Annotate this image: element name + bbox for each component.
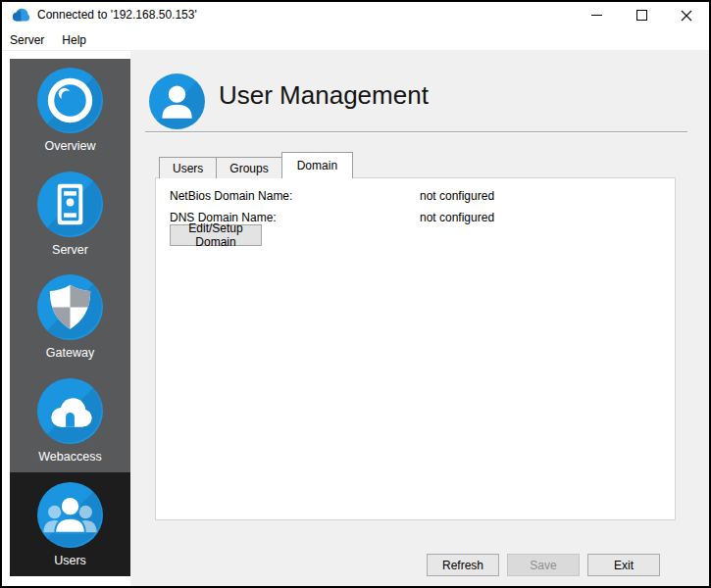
- menubar: Server Help: [0, 29, 711, 51]
- sidebar-item-server[interactable]: Server: [10, 163, 130, 267]
- app-cloud-icon: [12, 8, 31, 25]
- titlebar: Connected to '192.168.50.153': [0, 0, 711, 29]
- minimize-icon: [591, 15, 602, 16]
- tab-groups[interactable]: Groups: [216, 157, 281, 178]
- header-divider: [145, 131, 687, 132]
- sidebar-item-label: Webaccess: [38, 450, 101, 464]
- maximize-icon: [636, 10, 647, 21]
- cloud-icon: [37, 378, 103, 444]
- maximize-button[interactable]: [619, 2, 664, 28]
- dns-domain-value: not configured: [420, 211, 494, 224]
- close-icon: [681, 10, 692, 22]
- user-icon: [149, 74, 205, 129]
- sidebar: Overview Server: [10, 59, 130, 576]
- server-icon: [37, 172, 103, 237]
- save-button[interactable]: Save: [507, 554, 580, 576]
- menu-item-server[interactable]: Server: [1, 29, 53, 50]
- close-button[interactable]: [664, 2, 709, 28]
- tabstrip: Users Groups Domain: [159, 152, 352, 178]
- sidebar-item-label: Server: [52, 243, 88, 257]
- domain-tab-panel: NetBios Domain Name: not configured DNS …: [155, 177, 676, 520]
- sidebar-item-webaccess[interactable]: Webaccess: [10, 369, 130, 473]
- refresh-button[interactable]: Refresh: [427, 554, 499, 576]
- eye-icon: [37, 68, 103, 133]
- users-icon: [37, 482, 103, 548]
- app-window: Connected to '192.168.50.153' Server Hel…: [0, 0, 711, 588]
- sidebar-item-label: Gateway: [46, 346, 94, 360]
- edit-setup-domain-button[interactable]: Edit/Setup Domain: [170, 224, 262, 246]
- window-controls: [574, 2, 709, 28]
- sidebar-item-overview[interactable]: Overview: [10, 59, 130, 163]
- netbios-domain-value: not configured: [420, 189, 494, 203]
- netbios-domain-label: NetBios Domain Name:: [170, 189, 292, 203]
- tab-users[interactable]: Users: [159, 157, 217, 178]
- window-title: Connected to '192.168.50.153': [37, 8, 197, 22]
- sidebar-item-label: Overview: [44, 139, 95, 153]
- sidebar-item-label: Users: [54, 554, 86, 567]
- sidebar-item-gateway[interactable]: Gateway: [10, 266, 130, 369]
- minimize-button[interactable]: [574, 2, 619, 28]
- sidebar-item-users[interactable]: Users: [10, 472, 130, 576]
- tab-domain[interactable]: Domain: [281, 152, 353, 178]
- exit-button[interactable]: Exit: [587, 554, 660, 576]
- page-title: User Management: [219, 67, 429, 123]
- menu-item-help[interactable]: Help: [53, 29, 95, 50]
- shield-icon: [37, 274, 103, 340]
